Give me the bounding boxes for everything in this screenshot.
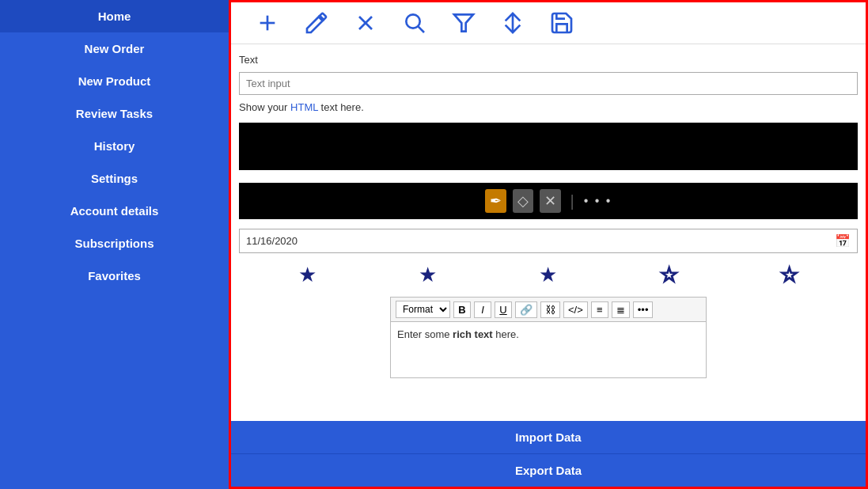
unlink-button[interactable]: ⛓	[540, 301, 560, 318]
sidebar-item-favorites[interactable]: Favorites	[0, 260, 229, 292]
rich-text-editor: Format B I U 🔗 ⛓ </> ≡ ≣ ••• Enter some …	[390, 297, 707, 378]
svg-marker-6	[454, 14, 473, 31]
add-icon[interactable]	[255, 10, 280, 36]
save-icon[interactable]	[549, 10, 574, 36]
sidebar-item-subscriptions[interactable]: Subscriptions	[0, 227, 229, 260]
more-rte-button[interactable]: •••	[633, 301, 654, 318]
sort-icon[interactable]	[500, 10, 525, 36]
rte-placeholder-text: Enter some	[397, 328, 453, 340]
filter-icon[interactable]	[451, 10, 476, 36]
star-5[interactable]: ☆	[780, 263, 798, 287]
import-data-button[interactable]: Import Data	[231, 421, 866, 453]
sidebar: Home New Order New Product Review Tasks …	[0, 0, 229, 489]
link-button[interactable]: 🔗	[515, 301, 537, 318]
rte-suffix: here.	[493, 328, 519, 340]
star-3[interactable]: ★	[539, 263, 557, 287]
bottom-buttons: Import Data Export Data	[231, 421, 866, 487]
pen-tool-icon[interactable]: ✒	[485, 189, 506, 213]
star-4[interactable]: ☆	[660, 263, 678, 287]
sidebar-item-review-tasks[interactable]: Review Tasks	[0, 97, 229, 130]
format-select[interactable]: Format	[396, 301, 450, 318]
close-icon[interactable]	[353, 10, 378, 36]
ol-button[interactable]: ≣	[612, 301, 630, 318]
export-data-button[interactable]: Export Data	[231, 453, 866, 487]
svg-point-4	[406, 14, 419, 28]
date-value: 11/16/2020	[246, 235, 835, 247]
content-area: Text Show your HTML text here. ✒ ◇ ✕ | •…	[231, 44, 866, 421]
html-preview: Show your HTML text here.	[239, 100, 858, 115]
source-button[interactable]: </>	[563, 301, 588, 318]
html-preview-text: Show your	[239, 101, 290, 113]
toolbar-separator: |	[570, 192, 574, 210]
main-panel: Text Show your HTML text here. ✒ ◇ ✕ | •…	[229, 0, 868, 489]
star-1[interactable]: ★	[298, 263, 316, 287]
star-2[interactable]: ★	[419, 263, 437, 287]
search-icon[interactable]	[402, 10, 427, 36]
black-canvas-area	[239, 123, 858, 170]
sidebar-item-home[interactable]: Home	[0, 0, 229, 32]
sidebar-item-new-product[interactable]: New Product	[0, 65, 229, 97]
sidebar-item-account-details[interactable]: Account details	[0, 195, 229, 227]
sidebar-item-settings[interactable]: Settings	[0, 162, 229, 195]
rte-rich-text: rich text	[453, 328, 493, 340]
black-close-icon[interactable]: ✕	[540, 189, 561, 213]
text-input[interactable]	[239, 72, 858, 95]
html-preview-suffix: text here.	[318, 101, 364, 113]
html-preview-link[interactable]: HTML	[290, 101, 318, 113]
rte-body[interactable]: Enter some rich text here.	[391, 322, 706, 377]
star-rating: ★ ★ ★ ☆ ☆	[239, 258, 858, 292]
calendar-icon[interactable]: 📅	[835, 233, 851, 248]
underline-button[interactable]: U	[495, 301, 512, 318]
sidebar-item-new-order[interactable]: New Order	[0, 32, 229, 65]
black-toolbar: ✒ ◇ ✕ | • • •	[239, 183, 858, 219]
text-field-label: Text	[239, 52, 858, 67]
italic-button[interactable]: I	[474, 301, 491, 318]
ul-button[interactable]: ≡	[591, 301, 608, 318]
svg-line-5	[419, 27, 424, 32]
sidebar-item-history[interactable]: History	[0, 130, 229, 162]
rte-toolbar: Format B I U 🔗 ⛓ </> ≡ ≣ •••	[391, 298, 706, 322]
more-options-icon[interactable]: • • •	[584, 194, 612, 208]
toolbar	[231, 2, 866, 44]
bold-button[interactable]: B	[453, 301, 471, 318]
eraser-icon[interactable]: ◇	[513, 189, 533, 213]
edit-icon[interactable]	[304, 10, 329, 36]
date-field: 11/16/2020 📅	[239, 229, 858, 253]
